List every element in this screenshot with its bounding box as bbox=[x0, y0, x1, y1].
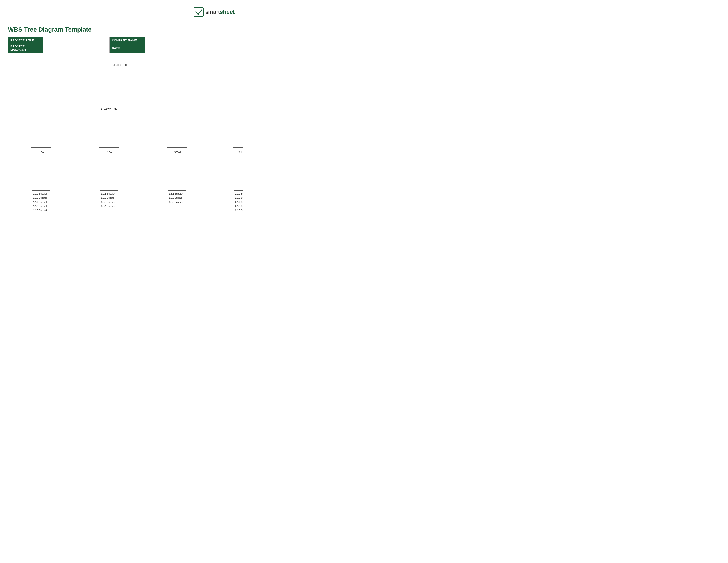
subtask-node-1-1: 1.1.1 Subtask1.1.2 Subtask1.1.3 Subtask1… bbox=[32, 107, 50, 134]
project-manager-value[interactable] bbox=[43, 43, 110, 53]
task-col-1-1: 1.1 Task1.1.1 Subtask1.1.2 Subtask1.1.3 … bbox=[8, 94, 74, 134]
date-label: DATE bbox=[110, 43, 145, 53]
page-title: WBS Tree Diagram Template bbox=[8, 26, 92, 33]
tasks-row-2: 2.1 Task2.1.1 Subtask2.1.2 Subtask2.1.3 … bbox=[210, 94, 243, 134]
task-col-1-2: 1.2 Task1.2.1 Subtask1.2.2 Subtask1.2.3 … bbox=[76, 94, 142, 134]
subtask-item: 1.2.3 Subtask bbox=[101, 117, 115, 121]
subtask-item: 2.1.3 Subtask bbox=[235, 117, 243, 121]
subtask-item: 1.3.2 Subtask bbox=[169, 113, 183, 117]
task-node-1-1: 1.1 Task bbox=[31, 94, 51, 104]
task-col-1-3: 1.3 Task1.3.1 Subtask1.3.2 Subtask1.3.3 … bbox=[144, 94, 210, 134]
subtask-node-2-1: 2.1.1 Subtask2.1.2 Subtask2.1.3 Subtask2… bbox=[234, 107, 243, 134]
subtask-item: 1.2.2 Subtask bbox=[101, 113, 115, 117]
subtask-item: 2.1.2 Subtask bbox=[235, 113, 243, 117]
activity-node-1: 1 Activity Title bbox=[86, 76, 132, 88]
company-name-value[interactable] bbox=[145, 37, 235, 43]
wbs-tree: PROJECT TITLE 1 Activity Title1.1 Task1.… bbox=[8, 60, 235, 134]
date-value[interactable] bbox=[145, 43, 235, 53]
company-name-label: COMPANY NAME bbox=[110, 37, 145, 43]
top-header: WBS Tree Diagram Template smartsheet bbox=[8, 7, 235, 33]
smartsheet-checkmark-icon bbox=[194, 7, 204, 17]
subtask-node-1-2: 1.2.1 Subtask1.2.2 Subtask1.2.3 Subtask1… bbox=[100, 107, 118, 134]
project-title-label: PROJECT TITLE bbox=[8, 37, 43, 43]
subtask-item: 1.1.1 Subtask bbox=[33, 109, 47, 113]
subtask-item: 2.1.4 Subtask bbox=[235, 121, 243, 125]
subtask-item: 1.1.4 Subtask bbox=[33, 121, 47, 125]
activities-level: 1 Activity Title1.1 Task1.1.1 Subtask1.1… bbox=[8, 76, 235, 134]
main-connector-svg bbox=[8, 70, 235, 76]
project-title-value[interactable] bbox=[43, 37, 110, 43]
info-table: PROJECT TITLE COMPANY NAME PROJECT MANAG… bbox=[8, 37, 235, 53]
logo-text: smartsheet bbox=[205, 9, 235, 15]
subtask-item: 2.1.5 Subtask bbox=[235, 125, 243, 129]
task-subtask-connector-1-1 bbox=[8, 104, 74, 107]
task-node-1-2: 1.2 Task bbox=[99, 94, 119, 104]
page-title-area: WBS Tree Diagram Template bbox=[8, 7, 92, 33]
subtask-node-1-3: 1.3.1 Subtask1.3.2 Subtask1.3.3 Subtask bbox=[168, 107, 186, 134]
task-subtask-connector-1-2 bbox=[76, 104, 142, 107]
subtask-item: 1.1.5 Subtask bbox=[33, 125, 47, 129]
logo-area: smartsheet bbox=[194, 7, 235, 17]
task-node-1-3: 1.3 Task bbox=[167, 94, 187, 104]
task-col-2-1: 2.1 Task2.1.1 Subtask2.1.2 Subtask2.1.3 … bbox=[210, 94, 243, 134]
subtask-item: 2.1.1 Subtask bbox=[235, 109, 243, 113]
subtask-item: 1.3.3 Subtask bbox=[169, 117, 183, 121]
task-node-2-1: 2.1 Task bbox=[233, 94, 243, 104]
activity-col-2: 2 Activity Title2.1 Task2.1.1 Subtask2.1… bbox=[210, 76, 243, 134]
root-level: PROJECT TITLE bbox=[95, 60, 148, 70]
root-node: PROJECT TITLE bbox=[95, 60, 148, 70]
subtask-item: 1.2.1 Subtask bbox=[101, 109, 115, 113]
subtask-item: 1.1.3 Subtask bbox=[33, 117, 47, 121]
task-subtask-connector-1-3 bbox=[144, 104, 210, 107]
subtask-item: 1.3.1 Subtask bbox=[169, 109, 183, 113]
subtask-item: 1.1.2 Subtask bbox=[33, 113, 47, 117]
task-subtask-connector-2-1 bbox=[210, 104, 243, 107]
subtask-item: 1.2.4 Subtask bbox=[101, 121, 115, 125]
act-task-connector-1 bbox=[8, 88, 210, 94]
tasks-row-1: 1.1 Task1.1.1 Subtask1.1.2 Subtask1.1.3 … bbox=[8, 94, 210, 134]
project-manager-label: PROJECT MANAGER bbox=[8, 43, 43, 53]
activity-col-1: 1 Activity Title1.1 Task1.1.1 Subtask1.1… bbox=[8, 76, 210, 134]
act-task-connector-2 bbox=[210, 88, 243, 94]
